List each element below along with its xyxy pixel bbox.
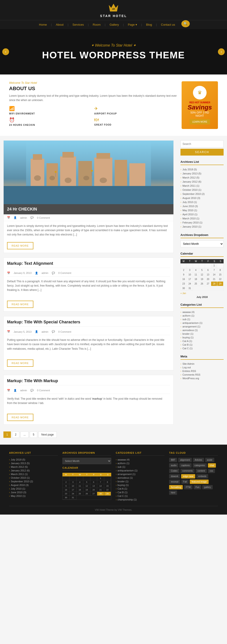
footer-calendar-grid: 1 2345678 9101112131415 16171819202122 2…	[62, 476, 111, 500]
post-author-icon-1: 👤	[14, 216, 17, 219]
archive-link[interactable]: September 2010 (2)	[182, 192, 205, 195]
cal-cell	[63, 476, 70, 480]
nav-page[interactable]: Page ▾	[124, 20, 141, 29]
archives-dropdown-title: Archives Dropdown	[180, 233, 224, 238]
page-btn-1[interactable]: 1	[4, 432, 11, 438]
cal-cell: 23	[181, 282, 187, 286]
cal-cell: 19	[199, 277, 205, 282]
post-comment-icon-3: 💬	[52, 330, 55, 333]
svg-rect-13	[130, 163, 145, 188]
footer-cal-t: T	[70, 473, 76, 476]
nav-gallery[interactable]: Gallery	[106, 20, 123, 29]
page-btn-ellipsis[interactable]: ...	[20, 432, 28, 438]
post-author-icon-3: 👤	[35, 330, 38, 333]
archive-link[interactable]: March 2012 (5)	[182, 176, 200, 179]
hero-next-button[interactable]: ›	[218, 48, 225, 55]
archive-link[interactable]: August 2010 (3)	[182, 197, 200, 200]
cal-cell	[187, 264, 193, 268]
list-item: July 2010 (1)	[180, 200, 224, 204]
categories-title: Categories List	[180, 303, 224, 308]
about-banner: ♛ RED HOT SUMMER Savings 50% OFF 3 RD NI…	[182, 81, 218, 129]
post-card-4: Markup: Title With Markup 📅 👤 admin 💬 0 …	[4, 375, 174, 425]
archive-link[interactable]: May 2010 (1)	[182, 209, 197, 212]
hero-prev-button[interactable]: ‹	[2, 48, 9, 55]
post-read-more-1[interactable]: READ MORE	[7, 242, 33, 249]
tag-excerpt: excerpt	[169, 480, 180, 484]
list-item: broder (1)	[180, 332, 224, 336]
archive-link[interactable]: June 2010 (3)	[182, 205, 198, 208]
nav-about[interactable]: About	[52, 20, 68, 29]
list-item: October 2010 (1)	[180, 188, 224, 192]
archives-select[interactable]: Select Month	[180, 240, 224, 247]
cal-cell: 11	[193, 272, 199, 277]
footer-cal-w: W	[76, 473, 83, 476]
cat-link[interactable]: arrangement (1)	[182, 325, 200, 328]
airport-icon: ✈	[94, 106, 98, 111]
nav-search-button[interactable]: 🔍	[181, 20, 190, 27]
meta-link-comments-rss[interactable]: Comments RSS	[182, 373, 200, 376]
cat-link[interactable]: Cat B (1)	[182, 343, 192, 346]
svg-point-15	[50, 176, 55, 180]
page-btn-5[interactable]: 5	[30, 432, 37, 438]
archive-link[interactable]: March 2010 (1)	[182, 217, 200, 220]
cat-link[interactable]: aciform (1)	[182, 314, 194, 317]
cat-link[interactable]: aaaaaa (4)	[182, 311, 194, 313]
nav-blog[interactable]: Blog	[142, 20, 156, 29]
search-submit-button[interactable]: SEARCH	[180, 149, 224, 156]
meta-link-entries-rss[interactable]: Entries RSS	[182, 370, 196, 372]
feature-wifi-label: WIFI ENVIRONMENT	[9, 112, 35, 115]
cat-link[interactable]: buying (1)	[182, 336, 194, 339]
archive-link[interactable]: January 2013 (5)	[182, 172, 201, 175]
archive-link[interactable]: July 2018 (5)	[182, 168, 197, 171]
nav-room[interactable]: Room	[89, 20, 105, 29]
list-item: Cat A (1)	[180, 339, 224, 343]
cal-cell: 15	[217, 272, 223, 277]
nav-services[interactable]: Services	[68, 20, 88, 29]
cal-cell: 28	[211, 282, 217, 286]
archive-link[interactable]: March 2011 (1)	[182, 184, 200, 187]
archive-link[interactable]: January 2012 (6)	[182, 180, 201, 183]
cal-cell: 29	[217, 282, 223, 286]
meta-link-siteadmin[interactable]: Site Admin	[182, 362, 194, 365]
cat-link[interactable]: antiquarianism (1)	[182, 322, 202, 324]
footer-archives-select[interactable]: Select Month	[62, 458, 111, 464]
tag-featured-image: featured image	[190, 480, 208, 484]
post-author-icon-4: 👤	[14, 389, 17, 392]
archive-link[interactable]: February 2010 (1)	[182, 221, 202, 224]
cal-cell	[205, 264, 211, 268]
cat-link[interactable]: Cat C (1)	[182, 347, 193, 350]
list-item: antiquarianism (1)	[180, 321, 224, 325]
svg-rect-5	[33, 154, 42, 160]
banner-learn-more-button[interactable]: LEARN MORE	[190, 119, 210, 124]
nav-contact[interactable]: Contact us	[157, 20, 179, 29]
cal-cell: 16	[63, 488, 70, 492]
cal-cell: 17	[187, 277, 193, 282]
post-read-more-4[interactable]: READ MORE	[7, 414, 33, 421]
cat-link[interactable]: Cat A (1)	[182, 340, 192, 342]
meta-link-wordpress[interactable]: WordPress.org	[182, 377, 199, 380]
page-btn-2[interactable]: 2	[12, 432, 20, 438]
post-author-2: admin	[42, 272, 48, 274]
cat-link[interactable]: broder (1)	[182, 332, 194, 335]
calendar-prev-link[interactable]: « Jan	[180, 292, 186, 294]
nav-home[interactable]: Home	[35, 20, 51, 29]
about-subtitle: Welcome To Star Hotel	[9, 81, 177, 84]
archive-link[interactable]: April 2010 (1)	[182, 213, 198, 216]
post-read-more-3[interactable]: READ MORE	[7, 360, 33, 367]
list-item: March 2011 (1)	[180, 184, 224, 188]
cat-link[interactable]: asmodeus (1)	[182, 329, 198, 332]
search-input[interactable]	[180, 140, 224, 148]
meta-link-logout[interactable]: Log out	[182, 366, 191, 369]
archive-link[interactable]: October 2010 (1)	[182, 188, 201, 191]
post-read-more-2[interactable]: READ MORE	[7, 301, 33, 308]
content-area: 24 Hr CHECKIN 📅 👤 admin 💬 0 Comment Lore…	[0, 136, 177, 444]
cal-cell	[90, 476, 97, 480]
cal-cell: 15	[104, 484, 111, 488]
post-comment-icon-2: 💬	[52, 272, 55, 274]
list-item: Cat C (1)	[116, 494, 164, 498]
archive-link[interactable]: July 2010 (1)	[182, 201, 197, 204]
list-item: Cat B (1)	[180, 343, 224, 346]
page-next-button[interactable]: Next page	[38, 432, 57, 438]
cat-link[interactable]: sub (1)	[182, 318, 190, 321]
archive-link[interactable]: January 2010 (1)	[182, 225, 201, 228]
